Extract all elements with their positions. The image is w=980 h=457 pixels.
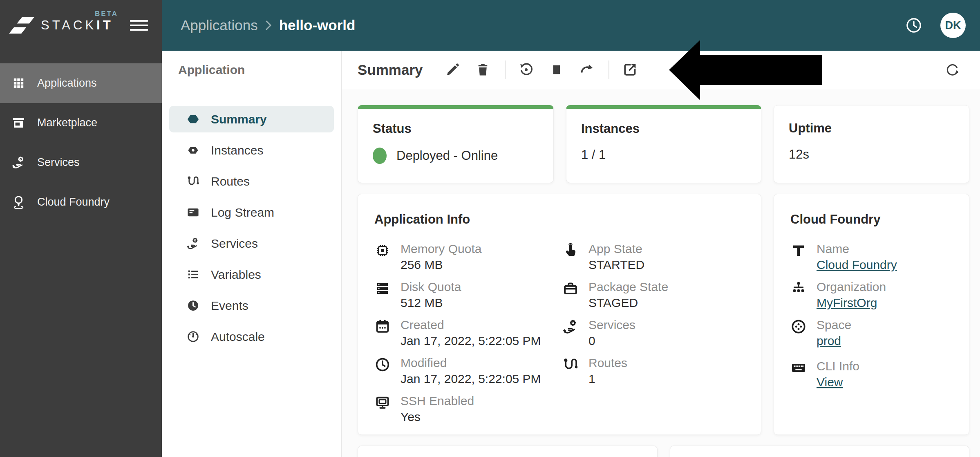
history-clock-icon[interactable]	[905, 17, 922, 34]
restart-button[interactable]	[517, 60, 536, 79]
status-online-dot	[373, 148, 387, 164]
app-window: STACKIT BETA Applications hello-world DK	[0, 0, 980, 457]
application-info-title: Application Info	[374, 212, 745, 227]
redo-icon	[579, 62, 594, 77]
cloud-foundry-card: Cloud Foundry Name Cloud Foundry Organiz…	[774, 194, 969, 435]
info-label: Services	[588, 318, 635, 332]
application-nav-list: Summary Instances Routes Log Stream	[162, 106, 341, 354]
toolbar-divider	[609, 60, 609, 79]
stop-button[interactable]	[547, 60, 566, 79]
info-label: Disk Quota	[401, 280, 461, 294]
toolbar-divider	[505, 60, 506, 79]
nav-item-label: Variables	[211, 268, 261, 282]
nav-item-events[interactable]: Events	[169, 292, 334, 319]
sidebar-item-applications[interactable]: Applications	[0, 63, 162, 103]
uptime-value: 12s	[789, 147, 809, 162]
refresh-icon	[945, 62, 960, 77]
primary-sidebar: Applications Marketplace Services	[0, 51, 162, 457]
clock-filled-icon	[186, 299, 200, 312]
nav-item-log-stream[interactable]: Log Stream	[169, 199, 334, 226]
disk-quota-row: Disk Quota 512 MB	[374, 280, 562, 310]
info-value: 256 MB	[401, 258, 481, 272]
info-label: Memory Quota	[401, 242, 481, 256]
info-label: SSH Enabled	[401, 394, 474, 408]
info-value: Jan 17, 2022, 5:22:05 PM	[401, 334, 541, 348]
stackit-logo-icon	[9, 16, 34, 35]
list-icon	[186, 268, 200, 281]
cf-space-link[interactable]: prod	[817, 334, 841, 348]
monitor-icon	[374, 394, 391, 411]
chevron-right-icon	[265, 20, 272, 31]
info-label: App State	[588, 242, 644, 256]
external-link-icon	[622, 62, 638, 77]
status-card: Status Deployed - Online	[358, 105, 554, 183]
sidebar-item-cloud-foundry[interactable]: Cloud Foundry	[0, 182, 162, 222]
hand-gear-icon	[186, 237, 200, 250]
nav-item-summary[interactable]: Summary	[169, 106, 334, 132]
redo-button[interactable]	[577, 60, 596, 79]
nav-item-label: Services	[211, 237, 258, 251]
info-value: 1	[588, 372, 627, 386]
open-external-button[interactable]	[621, 60, 640, 79]
sidebar-item-label: Services	[37, 156, 80, 169]
summary-content: Status Deployed - Online Instances 1 / 1…	[342, 89, 980, 457]
breadcrumb: Applications hello-world	[181, 17, 355, 34]
cf-name-link[interactable]: Cloud Foundry	[817, 258, 897, 272]
partial-card-left	[358, 446, 658, 457]
hand-gear-icon	[11, 155, 26, 170]
uptime-card: Uptime 12s	[774, 105, 969, 183]
breadcrumb-applications-link[interactable]: Applications	[181, 17, 258, 34]
cloud-foundry-card-title: Cloud Foundry	[790, 212, 953, 227]
user-avatar[interactable]: DK	[940, 13, 966, 38]
main-area: Summary	[342, 51, 980, 457]
restart-icon	[519, 62, 534, 77]
nav-item-autoscale[interactable]: Autoscale	[169, 323, 334, 350]
created-row: Created Jan 17, 2022, 5:22:05 PM	[374, 318, 562, 348]
status-card-title: Status	[373, 121, 539, 136]
cf-organization-row: Organization MyFirstOrg	[790, 280, 953, 310]
sidebar-item-marketplace[interactable]: Marketplace	[0, 103, 162, 143]
cf-organization-link[interactable]: MyFirstOrg	[817, 296, 877, 310]
menu-toggle-button[interactable]	[130, 18, 148, 32]
summary-toolbar: Summary	[342, 51, 980, 89]
clock-icon	[374, 356, 391, 373]
refresh-button[interactable]	[943, 60, 962, 79]
info-label: Space	[817, 318, 851, 332]
route-icon	[562, 356, 579, 373]
nav-item-routes[interactable]: Routes	[169, 168, 334, 195]
calendar-icon	[374, 318, 391, 335]
keyboard-icon	[790, 360, 807, 376]
edit-button[interactable]	[443, 60, 462, 79]
application-nav-panel: Application Summary Instances Routes Log…	[162, 51, 342, 457]
grid-icon	[11, 76, 26, 90]
nav-item-label: Summary	[211, 112, 267, 126]
memory-quota-row: Memory Quota 256 MB	[374, 242, 562, 272]
beta-badge: BETA	[95, 10, 118, 18]
info-label: Modified	[401, 356, 541, 370]
info-value: STARTED	[588, 258, 644, 272]
app-state-row: App State STARTED	[562, 242, 745, 272]
chip-icon	[374, 242, 391, 259]
delete-button[interactable]	[474, 60, 492, 79]
disk-icon	[374, 280, 391, 297]
nav-item-services[interactable]: Services	[169, 230, 334, 257]
space-icon	[790, 318, 807, 335]
nav-item-variables[interactable]: Variables	[169, 261, 334, 288]
info-value: 512 MB	[401, 296, 461, 310]
application-nav-title: Application	[162, 51, 341, 89]
brand-wordmark: STACKIT	[41, 18, 114, 33]
sidebar-item-services[interactable]: Services	[0, 143, 162, 182]
info-value: 0	[588, 334, 635, 348]
info-label: Organization	[817, 280, 886, 294]
cf-cli-view-link[interactable]: View	[817, 375, 843, 390]
cf-cli-info-row: CLI Info View	[790, 359, 953, 390]
nav-item-label: Routes	[211, 175, 250, 188]
package-state-row: Package State STAGED	[562, 280, 745, 310]
route-icon	[186, 175, 200, 188]
nav-item-label: Events	[211, 299, 248, 313]
org-tree-icon	[790, 280, 807, 297]
breadcrumb-current-page: hello-world	[279, 17, 356, 34]
info-value: Jan 17, 2022, 5:22:05 PM	[401, 372, 541, 386]
next-cards-row	[358, 446, 969, 457]
nav-item-instances[interactable]: Instances	[169, 137, 334, 164]
